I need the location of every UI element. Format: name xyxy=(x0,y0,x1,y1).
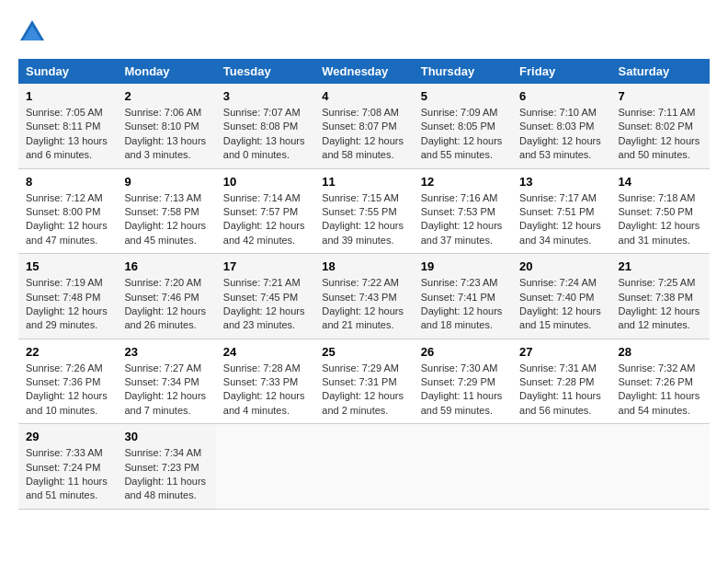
day-number: 23 xyxy=(124,345,208,359)
day-number: 5 xyxy=(421,89,505,103)
day-number: 4 xyxy=(322,89,405,103)
day-number: 30 xyxy=(124,430,208,443)
calendar-cell xyxy=(512,424,610,510)
column-header-wednesday: Wednesday xyxy=(314,59,413,84)
calendar-cell: 21Sunrise: 7:25 AMSunset: 7:38 PMDayligh… xyxy=(611,254,710,339)
day-number: 19 xyxy=(421,259,505,273)
day-info: Sunrise: 7:13 AMSunset: 7:58 PMDaylight:… xyxy=(124,191,208,248)
day-info: Sunrise: 7:14 AMSunset: 7:57 PMDaylight:… xyxy=(223,191,307,248)
day-info: Sunrise: 7:26 AMSunset: 7:36 PMDaylight:… xyxy=(26,362,109,419)
day-info: Sunrise: 7:16 AMSunset: 7:53 PMDaylight:… xyxy=(421,191,505,248)
calendar-cell xyxy=(314,424,413,510)
calendar-cell: 17Sunrise: 7:21 AMSunset: 7:45 PMDayligh… xyxy=(216,254,314,339)
calendar-cell: 16Sunrise: 7:20 AMSunset: 7:46 PMDayligh… xyxy=(117,254,215,339)
day-info: Sunrise: 7:06 AMSunset: 8:10 PMDaylight:… xyxy=(124,106,208,163)
day-info: Sunrise: 7:09 AMSunset: 8:05 PMDaylight:… xyxy=(421,106,505,163)
calendar-week-row: 29Sunrise: 7:33 AMSunset: 7:24 PMDayligh… xyxy=(18,424,710,510)
day-number: 17 xyxy=(223,259,307,273)
day-info: Sunrise: 7:17 AMSunset: 7:51 PMDaylight:… xyxy=(519,191,603,248)
column-header-tuesday: Tuesday xyxy=(216,59,314,84)
day-info: Sunrise: 7:11 AMSunset: 8:02 PMDaylight:… xyxy=(619,106,702,163)
day-info: Sunrise: 7:08 AMSunset: 8:07 PMDaylight:… xyxy=(322,106,405,163)
calendar-week-row: 22Sunrise: 7:26 AMSunset: 7:36 PMDayligh… xyxy=(18,339,710,424)
column-header-thursday: Thursday xyxy=(414,59,512,84)
day-number: 3 xyxy=(223,89,307,103)
calendar-cell: 2Sunrise: 7:06 AMSunset: 8:10 PMDaylight… xyxy=(117,84,215,168)
day-number: 22 xyxy=(26,345,109,359)
day-number: 21 xyxy=(619,259,702,273)
column-header-friday: Friday xyxy=(512,59,610,84)
calendar-cell: 29Sunrise: 7:33 AMSunset: 7:24 PMDayligh… xyxy=(18,424,117,510)
calendar-cell: 18Sunrise: 7:22 AMSunset: 7:43 PMDayligh… xyxy=(314,254,413,339)
day-number: 8 xyxy=(26,175,109,189)
calendar-cell: 10Sunrise: 7:14 AMSunset: 7:57 PMDayligh… xyxy=(216,168,314,254)
calendar-cell: 6Sunrise: 7:10 AMSunset: 8:03 PMDaylight… xyxy=(512,84,610,168)
day-info: Sunrise: 7:05 AMSunset: 8:11 PMDaylight:… xyxy=(26,106,109,163)
column-header-saturday: Saturday xyxy=(611,59,710,84)
calendar-header-row: SundayMondayTuesdayWednesdayThursdayFrid… xyxy=(18,59,710,84)
calendar-cell: 22Sunrise: 7:26 AMSunset: 7:36 PMDayligh… xyxy=(18,339,117,424)
day-info: Sunrise: 7:33 AMSunset: 7:24 PMDaylight:… xyxy=(26,446,109,503)
calendar-week-row: 8Sunrise: 7:12 AMSunset: 8:00 PMDaylight… xyxy=(18,168,710,254)
day-info: Sunrise: 7:15 AMSunset: 7:55 PMDaylight:… xyxy=(322,191,405,248)
day-number: 16 xyxy=(124,259,208,273)
day-info: Sunrise: 7:31 AMSunset: 7:28 PMDaylight:… xyxy=(519,362,603,419)
day-number: 6 xyxy=(519,89,603,103)
calendar-cell: 23Sunrise: 7:27 AMSunset: 7:34 PMDayligh… xyxy=(117,339,215,424)
day-number: 25 xyxy=(322,345,405,359)
day-number: 15 xyxy=(26,259,109,273)
calendar-cell: 30Sunrise: 7:34 AMSunset: 7:23 PMDayligh… xyxy=(117,424,215,510)
day-number: 11 xyxy=(322,175,405,189)
day-number: 12 xyxy=(421,175,505,189)
column-header-monday: Monday xyxy=(117,59,215,84)
calendar-cell: 25Sunrise: 7:29 AMSunset: 7:31 PMDayligh… xyxy=(314,339,413,424)
logo xyxy=(18,18,50,44)
day-number: 20 xyxy=(519,259,603,273)
day-number: 14 xyxy=(619,175,702,189)
calendar-week-row: 1Sunrise: 7:05 AMSunset: 8:11 PMDaylight… xyxy=(18,84,710,168)
day-number: 1 xyxy=(26,89,109,103)
calendar-cell: 27Sunrise: 7:31 AMSunset: 7:28 PMDayligh… xyxy=(512,339,610,424)
day-info: Sunrise: 7:28 AMSunset: 7:33 PMDaylight:… xyxy=(223,362,307,419)
calendar-cell: 19Sunrise: 7:23 AMSunset: 7:41 PMDayligh… xyxy=(414,254,512,339)
day-info: Sunrise: 7:25 AMSunset: 7:38 PMDaylight:… xyxy=(619,276,702,333)
day-number: 9 xyxy=(124,175,208,189)
day-info: Sunrise: 7:34 AMSunset: 7:23 PMDaylight:… xyxy=(124,446,208,503)
calendar-table: SundayMondayTuesdayWednesdayThursdayFrid… xyxy=(18,59,710,510)
day-number: 18 xyxy=(322,259,405,273)
day-number: 24 xyxy=(223,345,307,359)
calendar-cell: 24Sunrise: 7:28 AMSunset: 7:33 PMDayligh… xyxy=(216,339,314,424)
calendar-cell: 7Sunrise: 7:11 AMSunset: 8:02 PMDaylight… xyxy=(611,84,710,168)
calendar-cell xyxy=(216,424,314,510)
day-info: Sunrise: 7:18 AMSunset: 7:50 PMDaylight:… xyxy=(619,191,702,248)
day-info: Sunrise: 7:29 AMSunset: 7:31 PMDaylight:… xyxy=(322,362,405,419)
day-info: Sunrise: 7:12 AMSunset: 8:00 PMDaylight:… xyxy=(26,191,109,248)
calendar-cell xyxy=(611,424,710,510)
page-header xyxy=(18,18,710,44)
day-info: Sunrise: 7:27 AMSunset: 7:34 PMDaylight:… xyxy=(124,362,208,419)
day-number: 2 xyxy=(124,89,208,103)
calendar-cell: 12Sunrise: 7:16 AMSunset: 7:53 PMDayligh… xyxy=(414,168,512,254)
day-number: 13 xyxy=(519,175,603,189)
day-info: Sunrise: 7:32 AMSunset: 7:26 PMDaylight:… xyxy=(619,362,702,419)
day-info: Sunrise: 7:19 AMSunset: 7:48 PMDaylight:… xyxy=(26,276,109,333)
day-info: Sunrise: 7:21 AMSunset: 7:45 PMDaylight:… xyxy=(223,276,307,333)
column-header-sunday: Sunday xyxy=(18,59,117,84)
day-number: 10 xyxy=(223,175,307,189)
calendar-cell: 26Sunrise: 7:30 AMSunset: 7:29 PMDayligh… xyxy=(414,339,512,424)
calendar-cell: 9Sunrise: 7:13 AMSunset: 7:58 PMDaylight… xyxy=(117,168,215,254)
day-number: 29 xyxy=(26,430,109,443)
day-info: Sunrise: 7:24 AMSunset: 7:40 PMDaylight:… xyxy=(519,276,603,333)
calendar-cell: 14Sunrise: 7:18 AMSunset: 7:50 PMDayligh… xyxy=(611,168,710,254)
calendar-cell: 1Sunrise: 7:05 AMSunset: 8:11 PMDaylight… xyxy=(18,84,117,168)
day-info: Sunrise: 7:30 AMSunset: 7:29 PMDaylight:… xyxy=(421,362,505,419)
calendar-cell: 5Sunrise: 7:09 AMSunset: 8:05 PMDaylight… xyxy=(414,84,512,168)
day-number: 7 xyxy=(619,89,702,103)
day-info: Sunrise: 7:20 AMSunset: 7:46 PMDaylight:… xyxy=(124,276,208,333)
day-number: 28 xyxy=(619,345,702,359)
calendar-week-row: 15Sunrise: 7:19 AMSunset: 7:48 PMDayligh… xyxy=(18,254,710,339)
calendar-cell: 4Sunrise: 7:08 AMSunset: 8:07 PMDaylight… xyxy=(314,84,413,168)
day-info: Sunrise: 7:10 AMSunset: 8:03 PMDaylight:… xyxy=(519,106,603,163)
day-info: Sunrise: 7:07 AMSunset: 8:08 PMDaylight:… xyxy=(223,106,307,163)
calendar-cell: 15Sunrise: 7:19 AMSunset: 7:48 PMDayligh… xyxy=(18,254,117,339)
